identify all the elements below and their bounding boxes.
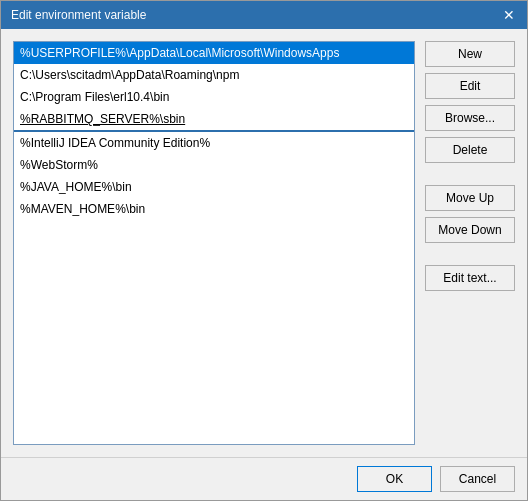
move-up-button[interactable]: Move Up — [425, 185, 515, 211]
new-button[interactable]: New — [425, 41, 515, 67]
ok-button[interactable]: OK — [357, 466, 432, 492]
buttons-panel: New Edit Browse... Delete Move Up Move D… — [425, 41, 515, 445]
list-item[interactable]: %MAVEN_HOME%\bin — [14, 198, 414, 220]
list-item[interactable]: %WebStorm% — [14, 154, 414, 176]
env-variable-list[interactable]: %USERPROFILE%\AppData\Local\Microsoft\Wi… — [13, 41, 415, 445]
browse-button[interactable]: Browse... — [425, 105, 515, 131]
list-item[interactable]: C:\Program Files\erl10.4\bin — [14, 86, 414, 108]
list-item[interactable]: %RABBITMQ_SERVER%\sbin — [14, 108, 414, 132]
delete-button[interactable]: Delete — [425, 137, 515, 163]
spacer-2 — [425, 249, 515, 259]
close-button[interactable]: ✕ — [501, 7, 517, 23]
move-down-button[interactable]: Move Down — [425, 217, 515, 243]
list-container: %USERPROFILE%\AppData\Local\Microsoft\Wi… — [13, 41, 415, 445]
dialog-content: %USERPROFILE%\AppData\Local\Microsoft\Wi… — [1, 29, 527, 457]
list-item[interactable]: %JAVA_HOME%\bin — [14, 176, 414, 198]
cancel-button[interactable]: Cancel — [440, 466, 515, 492]
list-item[interactable]: C:\Users\scitadm\AppData\Roaming\npm — [14, 64, 414, 86]
edit-text-button[interactable]: Edit text... — [425, 265, 515, 291]
dialog-footer: OK Cancel — [1, 457, 527, 500]
list-item[interactable]: %IntelliJ IDEA Community Edition% — [14, 132, 414, 154]
dialog-title: Edit environment variable — [11, 8, 146, 22]
spacer-1 — [425, 169, 515, 179]
list-item[interactable]: %USERPROFILE%\AppData\Local\Microsoft\Wi… — [14, 42, 414, 64]
title-bar: Edit environment variable ✕ — [1, 1, 527, 29]
edit-button[interactable]: Edit — [425, 73, 515, 99]
edit-env-variable-dialog: Edit environment variable ✕ %USERPROFILE… — [0, 0, 528, 501]
